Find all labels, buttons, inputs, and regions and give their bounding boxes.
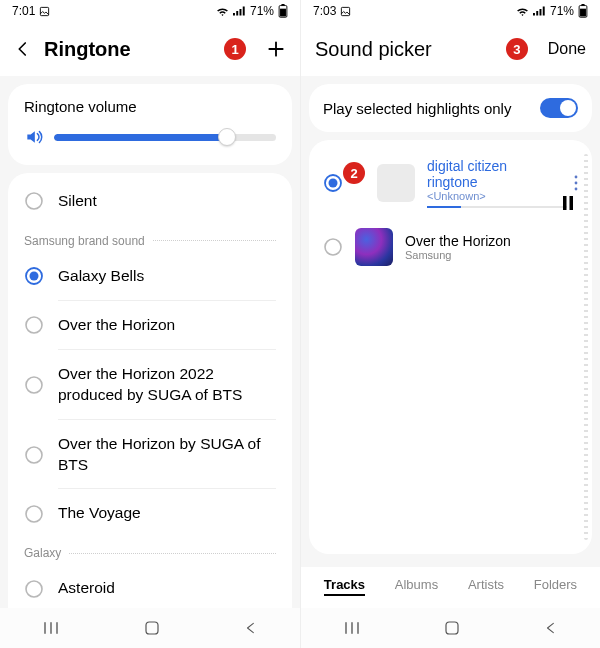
tab-albums[interactable]: Albums	[395, 577, 438, 596]
page-title: Sound picker	[315, 38, 494, 61]
svg-point-9	[26, 447, 42, 463]
tab-tracks[interactable]: Tracks	[324, 577, 365, 596]
status-time: 7:01	[12, 4, 35, 18]
status-time: 7:03	[313, 4, 336, 18]
song-title: Over the Horizon	[405, 233, 578, 249]
tab-folders[interactable]: Folders	[534, 577, 577, 596]
wifi-icon	[516, 6, 529, 16]
ringtone-item-over-the-horizon[interactable]: Over the Horizon	[8, 301, 292, 350]
ringtone-item-galaxy-bells[interactable]: Galaxy Bells	[8, 252, 292, 301]
signal-icon	[533, 6, 546, 16]
ringtone-volume-card: Ringtone volume	[8, 84, 292, 165]
volume-slider[interactable]	[54, 129, 276, 145]
nav-back-icon[interactable]	[544, 621, 558, 635]
svg-rect-18	[580, 9, 586, 17]
pause-icon[interactable]	[562, 196, 574, 210]
ringtone-item-oth-suga[interactable]: Over the Horizon by SUGA of BTS	[8, 420, 292, 490]
section-header-samsung: Samsung brand sound	[8, 226, 292, 252]
section-header-galaxy: Galaxy	[8, 538, 292, 564]
header: Sound picker 3 Done	[301, 22, 600, 76]
add-icon[interactable]	[266, 39, 286, 59]
song-artist: <Unknown>	[427, 190, 558, 202]
volume-label: Ringtone volume	[24, 98, 276, 115]
callout-badge-1: 1	[224, 38, 246, 60]
svg-rect-14	[146, 622, 158, 634]
nav-recents-icon[interactable]	[343, 621, 361, 635]
nav-home-icon[interactable]	[444, 620, 460, 636]
svg-point-11	[26, 581, 42, 597]
ringtone-item-voyage[interactable]: The Voyage	[8, 489, 292, 538]
more-icon[interactable]	[574, 175, 578, 191]
album-art	[355, 228, 393, 266]
album-art-placeholder	[377, 164, 415, 202]
svg-point-8	[26, 377, 42, 393]
svg-rect-27	[446, 622, 458, 634]
volume-icon	[24, 127, 44, 147]
status-bar: 7:03 71%	[301, 0, 600, 22]
nav-recents-icon[interactable]	[42, 621, 60, 635]
ringtone-item-oth-2022[interactable]: Over the Horizon 2022 produced by SUGA o…	[8, 350, 292, 420]
svg-rect-24	[563, 196, 567, 210]
status-battery-text: 71%	[550, 4, 574, 18]
song-item[interactable]: Over the Horizon Samsung	[309, 218, 592, 276]
svg-point-23	[575, 188, 578, 191]
status-battery-text: 71%	[250, 4, 274, 18]
status-bar: 7:01 71%	[0, 0, 300, 22]
toggle-label: Play selected highlights only	[323, 100, 511, 117]
page-title: Ringtone	[44, 38, 212, 61]
ringtone-item-silent[interactable]: Silent	[8, 177, 292, 226]
back-icon[interactable]	[14, 40, 32, 58]
highlights-switch[interactable]	[540, 98, 578, 118]
wifi-icon	[216, 6, 229, 16]
song-item-selected[interactable]: 2 digital citizen ringtone <Unknown>	[309, 148, 592, 218]
playback-progress[interactable]	[427, 206, 567, 208]
ringtone-item-asteroid[interactable]: Asteroid	[8, 564, 292, 613]
svg-point-6	[30, 272, 39, 281]
ringtone-list: Silent Samsung brand sound Galaxy Bells …	[8, 173, 292, 645]
image-icon	[340, 6, 351, 17]
header: Ringtone 1	[0, 22, 300, 76]
sound-list: 2 digital citizen ringtone <Unknown> Ove…	[309, 140, 592, 554]
svg-rect-25	[570, 196, 574, 210]
sound-picker-tabs: Tracks Albums Artists Folders	[301, 567, 600, 608]
svg-point-20	[329, 179, 338, 188]
svg-point-4	[26, 193, 42, 209]
svg-rect-3	[280, 9, 286, 17]
done-button[interactable]: Done	[548, 40, 586, 58]
svg-rect-17	[581, 4, 584, 6]
song-artist: Samsung	[405, 249, 578, 261]
svg-point-26	[325, 239, 341, 255]
svg-point-22	[575, 182, 578, 185]
image-icon	[39, 6, 50, 17]
highlights-toggle-row[interactable]: Play selected highlights only	[309, 84, 592, 132]
system-nav-bar	[301, 608, 600, 648]
svg-rect-15	[342, 7, 350, 15]
system-nav-bar	[0, 608, 300, 648]
signal-icon	[233, 6, 246, 16]
svg-point-21	[575, 176, 578, 179]
callout-badge-2: 2	[343, 162, 365, 184]
svg-rect-0	[41, 7, 49, 15]
svg-point-10	[26, 506, 42, 522]
nav-home-icon[interactable]	[144, 620, 160, 636]
svg-rect-2	[281, 4, 284, 6]
tab-artists[interactable]: Artists	[468, 577, 504, 596]
callout-badge-3: 3	[506, 38, 528, 60]
battery-icon	[578, 4, 588, 18]
battery-icon	[278, 4, 288, 18]
nav-back-icon[interactable]	[244, 621, 258, 635]
ringtone-settings-screen: 7:01 71% Ringtone 1 Ringtone volume	[0, 0, 300, 648]
sound-picker-screen: 7:03 71% Sound picker 3 Done Play select…	[300, 0, 600, 648]
song-title: digital citizen ringtone	[427, 158, 558, 190]
svg-point-7	[26, 317, 42, 333]
